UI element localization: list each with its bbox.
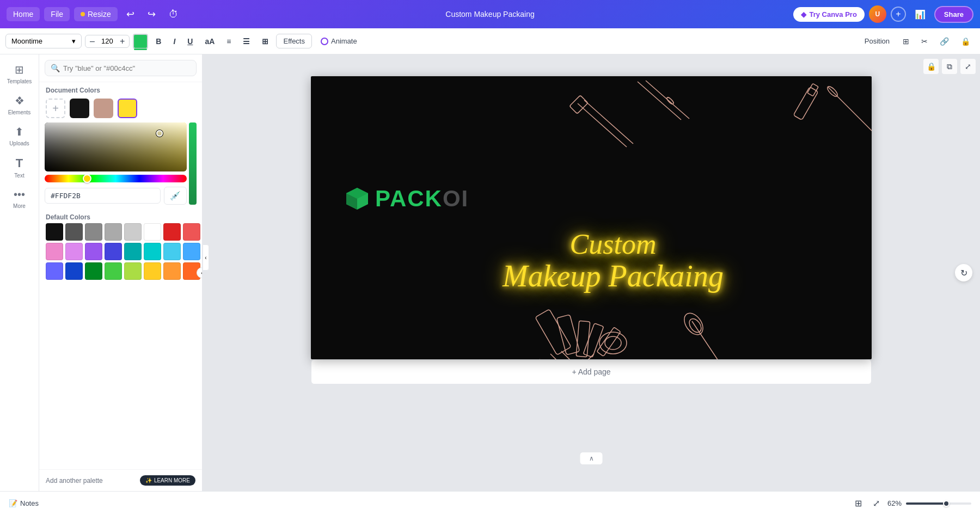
show-pages-button[interactable]: ∧ [580,452,603,465]
doc-color-swatch-yellow[interactable] [118,99,137,118]
default-color-swatch[interactable] [46,262,63,280]
refresh-button[interactable]: ↻ [955,264,972,281]
sidebar-label-templates: Templates [7,78,32,84]
sidebar-label-text: Text [14,173,24,179]
try-pro-button[interactable]: ◆ Try Canva Pro [793,7,864,22]
add-palette-row: Add another palette ✨ LEARN MORE [39,469,202,491]
add-team-button[interactable]: + [891,7,906,22]
doc-color-swatch-rose[interactable] [94,99,113,118]
svg-line-30 [692,321,725,359]
animate-button[interactable]: Animate [315,34,363,48]
hex-input[interactable] [45,188,161,204]
templates-icon: ⊞ [15,63,24,76]
canvas-left-collapse[interactable]: ‹ [203,244,209,271]
arrange-button[interactable]: ⊞ [898,34,914,48]
design-canvas[interactable]: PACKOI Custom Makeup Packaing [311,76,872,359]
animate-ring-icon [321,38,328,45]
home-button[interactable]: Home [7,7,40,21]
text-color-button[interactable] [133,34,148,49]
font-family-selector[interactable]: Moontime ▾ [5,34,82,48]
default-color-swatch[interactable] [85,262,102,280]
analytics-button[interactable]: 📊 [910,7,930,22]
text-case-button[interactable]: aA [200,34,219,48]
share-button[interactable]: Share [934,6,973,23]
bottom-bar: 📝 Notes ⊞ ⤢ 62% [0,491,980,515]
eyedropper-button[interactable]: 💉 [164,187,187,205]
default-color-swatch[interactable] [105,223,122,241]
default-color-swatch[interactable] [105,243,122,260]
font-size-decrease-button[interactable]: – [88,36,97,46]
font-size-increase-button[interactable]: + [118,36,127,46]
default-color-swatch[interactable] [183,223,200,241]
copy-canvas-button[interactable]: ⧉ [942,59,957,74]
add-page-button[interactable]: + Add page [311,359,872,384]
default-colors-section [39,223,202,469]
bold-button[interactable]: B [151,34,166,48]
spacing-button[interactable]: ⊞ [258,34,273,48]
sidebar-item-text[interactable]: T Text [3,152,36,183]
default-color-swatch[interactable] [144,223,161,241]
default-color-swatch[interactable] [65,262,83,280]
lock-canvas-button[interactable]: 🔒 [923,59,939,74]
doc-color-swatch-black[interactable] [70,99,89,118]
default-color-swatch[interactable] [124,262,142,280]
lock-button[interactable]: 🔒 [957,34,975,48]
file-button[interactable]: File [44,7,70,21]
default-color-swatch[interactable] [65,223,83,241]
default-color-swatch[interactable] [124,223,142,241]
default-color-swatch[interactable] [46,223,63,241]
timer-button[interactable]: ⏱ [164,6,183,23]
crop-button[interactable]: ✂ [917,34,932,48]
default-color-swatch[interactable] [144,243,161,260]
pro-diamond-icon: ◆ [801,10,806,19]
default-colors-label: Default Colors [39,209,202,223]
pages-view-button[interactable]: ⊞ [852,496,865,511]
undo-button[interactable]: ↩ [122,5,139,23]
expand-canvas-button[interactable]: ⤢ [960,59,976,74]
sidebar-item-uploads[interactable]: ⬆ Uploads [3,121,36,151]
more-icon: ••• [14,188,25,201]
fullscreen-button[interactable]: ⤢ [869,496,883,511]
default-color-swatch[interactable] [85,223,102,241]
underline-button[interactable]: U [183,34,197,48]
color-panel: 🔍 Document Colors + [39,54,203,491]
default-color-swatch[interactable] [163,243,181,260]
align-button[interactable]: ≡ [222,34,235,48]
redo-button[interactable]: ↪ [143,5,160,23]
zoom-slider[interactable] [906,502,971,505]
default-color-swatch[interactable] [105,262,122,280]
default-color-swatch[interactable] [85,243,102,260]
add-color-button[interactable]: + [46,99,65,118]
sidebar-item-elements[interactable]: ❖ Elements [3,90,36,120]
default-color-swatch[interactable] [144,262,161,280]
default-color-swatch[interactable] [183,243,200,260]
learn-more-button[interactable]: ✨ LEARN MORE [140,475,195,486]
color-picker: 💉 [39,122,202,209]
neon-line1: Custom [387,229,839,260]
list-button[interactable]: ☰ [238,34,254,48]
default-color-swatch[interactable] [65,243,83,260]
svg-line-3 [578,103,627,147]
search-section: 🔍 [39,54,202,82]
doc-colors-label: Document Colors [39,82,202,96]
link-button[interactable]: 🔗 [935,34,953,48]
sidebar-item-more[interactable]: ••• More [3,184,36,213]
avatar[interactable]: U [869,5,886,23]
italic-button[interactable]: I [169,34,180,48]
position-button[interactable]: Position [859,34,895,48]
sidebar-item-templates[interactable]: ⊞ Templates [3,59,36,89]
elements-icon: ❖ [15,94,24,107]
picker-cursor [156,130,163,137]
document-title: Custom Makeup Packaing [445,10,534,19]
hue-slider[interactable] [45,175,187,182]
default-color-swatch[interactable] [163,223,181,241]
default-color-swatch[interactable] [46,243,63,260]
oi-text: OI [443,186,469,211]
color-gradient[interactable] [45,122,187,171]
default-color-swatch[interactable] [163,262,181,280]
search-input[interactable] [63,64,191,72]
effects-button[interactable]: Effects [276,34,312,48]
resize-button[interactable]: Resize [74,7,118,21]
default-color-swatch[interactable] [124,243,142,260]
notes-button[interactable]: 📝 Notes [9,499,39,507]
